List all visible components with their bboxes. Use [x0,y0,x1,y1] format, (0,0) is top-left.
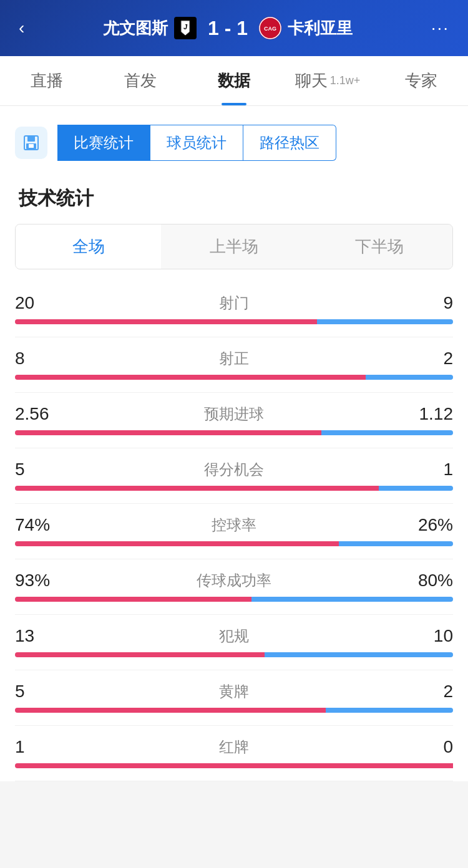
stat-right-value: 1 [403,460,453,480]
stat-bar-right [265,652,453,657]
sub-tabs-container: 比赛统计 球员统计 路径热区 [0,118,468,173]
stat-bar-right [366,375,453,380]
period-tab-first-half[interactable]: 上半场 [161,224,306,269]
stat-left-value: 1 [15,737,65,757]
chat-badge: 1.1w+ [330,74,361,87]
stat-bar [15,652,453,657]
svg-text:CAG: CAG [264,26,276,32]
stat-row: 20 射门 9 [15,282,453,337]
away-team-logo: CAG [259,17,281,39]
stat-bar [15,597,453,602]
svg-rect-4 [27,136,35,142]
svg-text:J: J [183,23,188,31]
stat-bar-right [317,319,453,324]
stat-values: 2.56 预期进球 1.12 [15,404,453,424]
stat-bar-left [15,708,326,713]
stat-row: 13 犯规 10 [15,615,453,670]
content-area: 比赛统计 球员统计 路径热区 技术统计 全场 上半场 下半场 20 射门 9 [0,106,468,781]
period-tab-full[interactable]: 全场 [16,224,161,269]
stat-bar [15,430,453,435]
stat-row: 8 射正 2 [15,337,453,393]
stat-label: 红牌 [65,737,403,757]
stat-values: 93% 传球成功率 80% [15,571,453,591]
stat-label: 控球率 [65,515,403,535]
stats-container: 20 射门 9 8 射正 2 2.56 预期进球 1.12 5 [0,282,468,781]
stat-bar-left [15,486,379,491]
tab-chat[interactable]: 聊天 1.1w+ [281,56,374,105]
stat-row: 5 黄牌 2 [15,670,453,726]
stat-label: 射门 [65,293,403,313]
stat-right-value: 26% [403,515,453,535]
stat-bar-right [339,541,453,546]
stat-values: 20 射门 9 [15,293,453,313]
stat-right-value: 2 [403,349,453,369]
stat-right-value: 1.12 [403,404,453,424]
stat-left-value: 2.56 [15,404,65,424]
back-button[interactable]: ‹ [19,18,24,38]
stat-row: 5 得分机会 1 [15,448,453,504]
stat-row: 1 红牌 0 [15,726,453,781]
stat-bar-right [321,430,453,435]
stat-left-value: 93% [15,571,65,591]
stat-row: 93% 传球成功率 80% [15,559,453,615]
stat-bar [15,375,453,380]
stat-bar-left [15,430,321,435]
stat-values: 5 黄牌 2 [15,682,453,702]
stat-bar-right [379,486,453,491]
stat-bar [15,319,453,324]
more-button[interactable]: ··· [431,18,449,38]
stat-values: 5 得分机会 1 [15,460,453,480]
section-title: 技术统计 [0,173,468,218]
stat-left-value: 20 [15,293,65,313]
header: ‹ 尤文图斯 J 1 - 1 CAG 卡利亚里 ··· [0,0,468,56]
stat-right-value: 0 [403,737,453,757]
period-tabs: 全场 上半场 下半场 [15,224,453,269]
sub-tab-match-stats[interactable]: 比赛统计 [57,125,150,161]
stat-label: 黄牌 [65,682,403,702]
stat-left-value: 5 [15,460,65,480]
stat-left-value: 5 [15,682,65,702]
stat-label: 犯规 [65,626,403,646]
stat-left-value: 13 [15,626,65,646]
tab-expert[interactable]: 专家 [374,56,468,105]
match-score: 1 - 1 [203,17,253,40]
stat-label: 得分机会 [65,460,403,480]
save-icon-button[interactable] [15,127,47,159]
stat-row: 2.56 预期进球 1.12 [15,393,453,448]
stat-bar-left [15,375,366,380]
stat-values: 13 犯规 10 [15,626,453,646]
stat-values: 74% 控球率 26% [15,515,453,535]
stat-bar-left [15,319,317,324]
stat-right-value: 2 [403,682,453,702]
stat-left-value: 74% [15,515,65,535]
stat-label: 传球成功率 [65,571,403,591]
stat-bar [15,486,453,491]
tab-lineup[interactable]: 首发 [94,56,187,105]
stat-values: 8 射正 2 [15,349,453,369]
match-title: 尤文图斯 J 1 - 1 CAG 卡利亚里 [103,17,353,40]
nav-tabs: 直播 首发 数据 聊天 1.1w+ 专家 [0,56,468,106]
stat-row: 74% 控球率 26% [15,504,453,559]
stat-bar-left [15,541,339,546]
home-team-logo: J [174,17,197,39]
stat-bar [15,763,453,768]
stat-bar-left [15,763,453,768]
stat-right-value: 80% [403,571,453,591]
sub-tab-player-stats[interactable]: 球员统计 [150,125,243,161]
stat-values: 1 红牌 0 [15,737,453,757]
period-tab-second-half[interactable]: 下半场 [307,224,452,269]
svg-rect-6 [29,144,34,148]
away-team-name: 卡利亚里 [288,17,353,39]
stat-bar-right [326,708,453,713]
stat-left-value: 8 [15,349,65,369]
stat-bar [15,541,453,546]
stat-label: 射正 [65,349,403,369]
tab-data[interactable]: 数据 [187,56,281,105]
tab-live[interactable]: 直播 [0,56,94,105]
sub-tab-heatmap[interactable]: 路径热区 [243,125,336,161]
home-team-name: 尤文图斯 [103,17,168,39]
stat-label: 预期进球 [65,404,403,424]
stat-bar-right [251,597,453,602]
stat-right-value: 10 [403,626,453,646]
stat-bar [15,708,453,713]
